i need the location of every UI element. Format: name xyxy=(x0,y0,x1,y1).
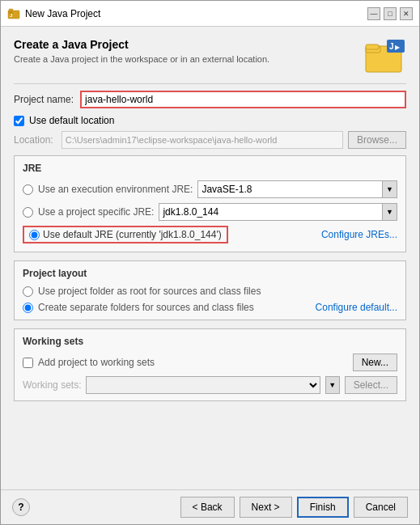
window-icon: J xyxy=(7,7,20,20)
working-sets-select[interactable] xyxy=(86,376,320,394)
default-location-row: Use default location xyxy=(14,115,406,126)
jre-option1-row: Use an execution environment JRE: JavaSE… xyxy=(23,180,397,198)
configure-jres-link[interactable]: Configure JREs... xyxy=(321,229,397,240)
window: J New Java Project — □ ✕ Create a Java P… xyxy=(0,0,420,525)
configure-default-link[interactable]: Configure default... xyxy=(316,302,397,313)
working-sets-label: Working sets: xyxy=(23,379,81,391)
bottom-bar: ? < Back Next > Finish Cancel xyxy=(1,489,419,524)
layout-separate-folders-radio[interactable] xyxy=(23,303,33,313)
jre-option2-row: Use a project specific JRE: jdk1.8.0_144… xyxy=(23,203,397,221)
jre-default-radio[interactable] xyxy=(29,230,40,240)
working-sets-select-row: Working sets: ▼ Select... xyxy=(23,376,397,394)
working-sets-select-arrow[interactable]: ▼ xyxy=(325,376,340,394)
title-bar: J New Java Project — □ ✕ xyxy=(1,1,419,27)
project-layout-section: Project layout Use project folder as roo… xyxy=(14,260,406,320)
svg-rect-6 xyxy=(366,44,379,49)
jre-project-specific-radio[interactable] xyxy=(23,207,33,218)
project-specific-jre-select[interactable]: jdk1.8.0_144 xyxy=(159,203,383,221)
add-to-working-sets-label[interactable]: Add project to working sets xyxy=(38,357,155,368)
layout-project-folder-label[interactable]: Use project folder as root for sources a… xyxy=(38,286,261,297)
project-name-row: Project name: xyxy=(14,91,406,108)
close-button[interactable]: ✕ xyxy=(400,7,413,20)
project-layout-title: Project layout xyxy=(23,268,397,279)
select-working-sets-button[interactable]: Select... xyxy=(345,376,397,394)
maximize-button[interactable]: □ xyxy=(384,7,397,20)
jre-default-highlighted: Use default JRE (currently 'jdk1.8.0_144… xyxy=(23,226,228,243)
svg-rect-2 xyxy=(9,9,13,11)
execution-env-dropdown-arrow[interactable]: ▼ xyxy=(383,180,397,198)
folder-icon: J ▶ xyxy=(364,38,406,75)
back-button[interactable]: < Back xyxy=(180,497,235,518)
svg-text:▶: ▶ xyxy=(395,44,401,51)
execution-env-select[interactable]: JavaSE-1.8 xyxy=(197,180,383,198)
jre-option3-row: Use default JRE (currently 'jdk1.8.0_144… xyxy=(23,226,397,243)
working-sets-title: Working sets xyxy=(23,336,397,347)
location-row: Location: Browse... xyxy=(14,131,406,149)
new-working-set-button[interactable]: New... xyxy=(353,354,397,371)
jre-project-specific-label[interactable]: Use a project specific JRE: xyxy=(38,206,154,218)
jre-default-label[interactable]: Use default JRE (currently 'jdk1.8.0_144… xyxy=(43,229,222,240)
next-button[interactable]: Next > xyxy=(240,497,292,518)
minimize-button[interactable]: — xyxy=(367,7,380,20)
layout-separate-folders-label[interactable]: Create separate folders for sources and … xyxy=(38,302,254,313)
svg-text:J: J xyxy=(389,42,394,51)
project-name-label: Project name: xyxy=(14,94,74,105)
project-name-input[interactable] xyxy=(80,91,406,108)
working-sets-checkbox-row: Add project to working sets New... xyxy=(23,354,397,371)
bottom-right: < Back Next > Finish Cancel xyxy=(180,497,408,518)
header-text: Create a Java Project Create a Java proj… xyxy=(14,38,269,64)
help-button[interactable]: ? xyxy=(12,498,30,516)
bottom-left: ? xyxy=(12,498,30,516)
jre-section: JRE Use an execution environment JRE: Ja… xyxy=(14,155,406,252)
jre-section-title: JRE xyxy=(23,163,397,174)
cancel-button[interactable]: Cancel xyxy=(354,497,408,518)
window-title: New Java Project xyxy=(25,8,100,19)
finish-button[interactable]: Finish xyxy=(297,497,349,518)
layout-option1-row: Use project folder as root for sources a… xyxy=(23,286,397,297)
jre-execution-env-radio[interactable] xyxy=(23,184,33,195)
title-bar-left: J New Java Project xyxy=(7,7,100,20)
content-area: Create a Java Project Create a Java proj… xyxy=(1,27,419,489)
location-input[interactable] xyxy=(62,131,343,149)
title-controls: — □ ✕ xyxy=(367,7,413,20)
location-label: Location: xyxy=(14,134,53,146)
jre-execution-env-label[interactable]: Use an execution environment JRE: xyxy=(38,184,193,195)
layout-project-folder-radio[interactable] xyxy=(23,286,33,297)
project-specific-jre-arrow[interactable]: ▼ xyxy=(383,203,397,221)
add-to-working-sets-checkbox[interactable] xyxy=(23,358,33,368)
layout-option2-row: Create separate folders for sources and … xyxy=(23,302,397,313)
page-title: Create a Java Project xyxy=(14,38,269,51)
working-sets-section: Working sets Add project to working sets… xyxy=(14,328,406,401)
use-default-location-checkbox[interactable] xyxy=(14,116,24,126)
browse-button[interactable]: Browse... xyxy=(348,131,406,149)
use-default-location-label[interactable]: Use default location xyxy=(29,115,114,126)
header-section: Create a Java Project Create a Java proj… xyxy=(14,38,406,75)
svg-text:J: J xyxy=(10,13,12,18)
page-subtitle: Create a Java project in the workspace o… xyxy=(14,54,269,64)
header-divider xyxy=(14,83,406,84)
